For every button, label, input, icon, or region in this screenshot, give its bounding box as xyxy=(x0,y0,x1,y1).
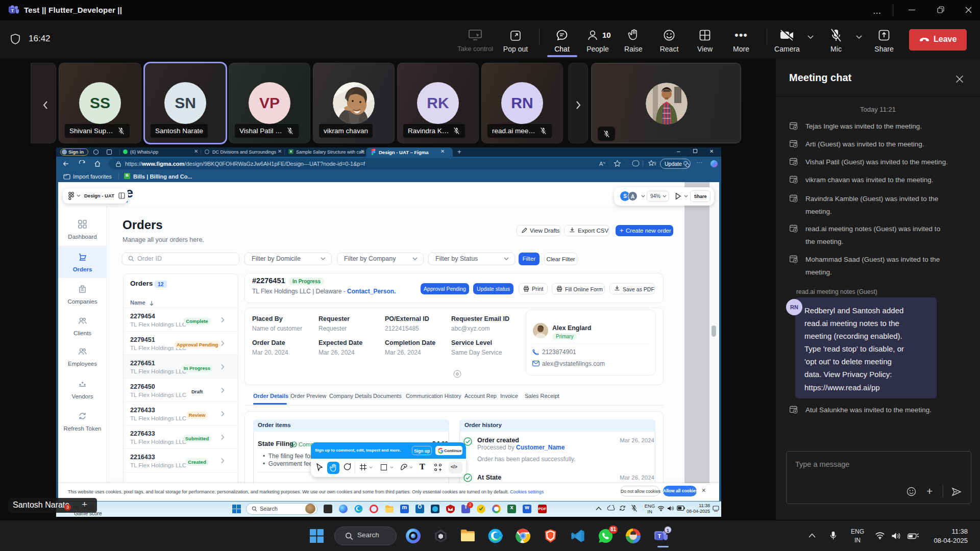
svg-text:T: T xyxy=(11,9,14,13)
svg-text:T: T xyxy=(658,533,662,539)
